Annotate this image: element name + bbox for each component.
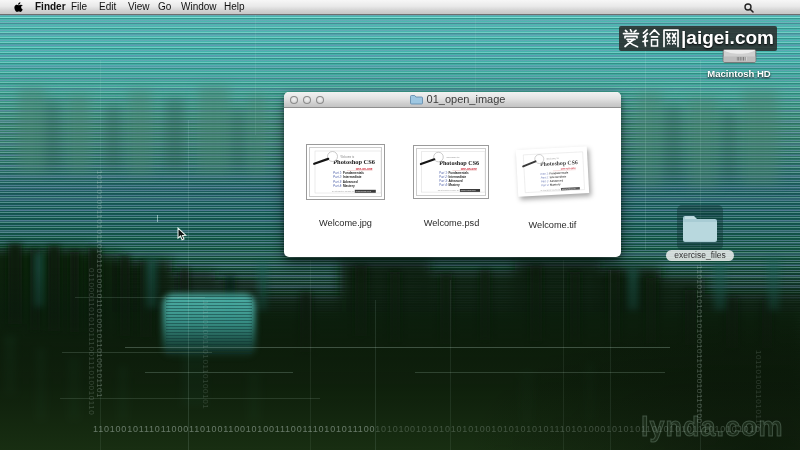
- svg-text:Part 4: Mastery: Part 4: Mastery: [333, 184, 355, 188]
- svg-text:Photoshop CS6: Photoshop CS6: [439, 160, 479, 166]
- svg-text:an interactive course by: an interactive course by: [438, 189, 459, 191]
- svg-text:an interactive course by: an interactive course by: [540, 188, 560, 191]
- svg-text:Photoshop CS6: Photoshop CS6: [333, 158, 376, 165]
- svg-text:www.lynda.com: www.lynda.com: [461, 189, 476, 191]
- svg-text:www.lynda.com: www.lynda.com: [356, 190, 371, 192]
- svg-text:Part 4: Mastery: Part 4: Mastery: [439, 183, 460, 187]
- svg-text:one-on-one: one-on-one: [356, 167, 373, 171]
- svg-text:Part 4: Mastery: Part 4: Mastery: [541, 182, 561, 187]
- svg-text:an interactive course by: an interactive course by: [332, 190, 355, 192]
- svg-text:one-on-one: one-on-one: [461, 167, 478, 171]
